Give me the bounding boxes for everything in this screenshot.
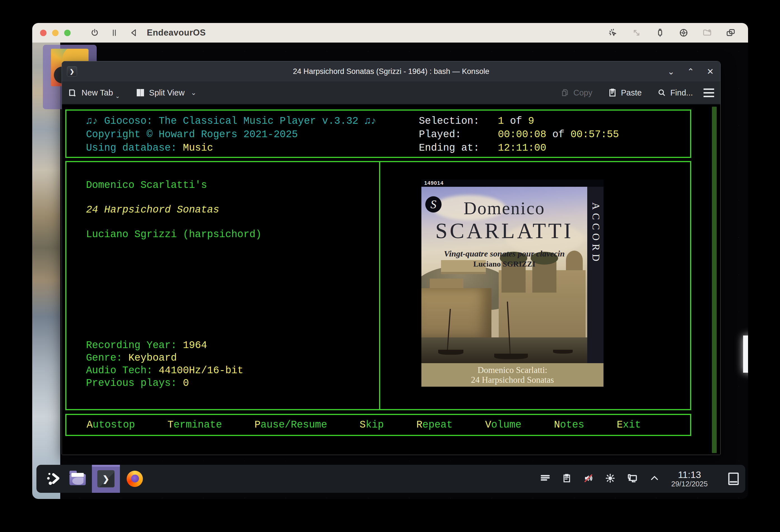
new-tab-button[interactable]: New Tab ⌄ bbox=[68, 88, 120, 97]
copy-label: Copy bbox=[574, 88, 593, 97]
album-title-last: SCARLATTI bbox=[421, 218, 587, 243]
desktop: E gio ❯ 24 Harpsichord Sonatas (Sgrizzi … bbox=[32, 43, 748, 499]
terminal-scrollbar[interactable] bbox=[712, 107, 717, 453]
toolbar-right-group: Copy Paste Find... bbox=[560, 88, 714, 97]
menu-skip[interactable]: Skip bbox=[360, 419, 384, 431]
album-cover-painting: Domenico SCARLATTI Vingt-quatre sonates … bbox=[421, 187, 603, 363]
jupiter-wallpaper-strip bbox=[32, 43, 60, 499]
selection-label: Selection: bbox=[419, 114, 498, 128]
wallpaper-letter: E bbox=[732, 325, 748, 385]
chevron-down-icon: ⌄ bbox=[115, 93, 120, 99]
app-launcher-icon[interactable] bbox=[45, 470, 62, 487]
giocoso-menu-bar: Autostop Terminate Pause/Resume Skip Rep… bbox=[65, 414, 691, 436]
ending-label: Ending at: bbox=[419, 142, 498, 155]
minimize-button[interactable]: ⌄ bbox=[666, 67, 676, 76]
vm-window-title: EndeavourOS bbox=[147, 28, 206, 38]
played-label: Played: bbox=[419, 128, 498, 142]
clock-widget[interactable]: 11:13 29/12/2025 bbox=[671, 470, 708, 488]
accord-logo-icon: S bbox=[425, 196, 442, 213]
clipboard-icon[interactable] bbox=[562, 474, 572, 484]
played-row: Played: 00:00:08 of 00:57:55 bbox=[419, 128, 619, 142]
previous-plays-row: Previous plays: 0 bbox=[86, 377, 243, 389]
konsole-task-icon[interactable]: ❯ bbox=[97, 470, 114, 487]
now-playing-box: Domenico Scarlatti's 24 Harpsichord Sona… bbox=[65, 161, 691, 410]
split-view-label: Split View bbox=[149, 88, 185, 97]
menu-terminate[interactable]: Terminate bbox=[167, 419, 222, 431]
konsole-task-highlight[interactable]: ❯ bbox=[92, 465, 120, 493]
castle-shape bbox=[499, 270, 586, 337]
database-value: Music bbox=[183, 142, 213, 154]
konsole-window-title: 24 Harpsichord Sonatas (Sgrizzi - 1964) … bbox=[62, 67, 720, 76]
selection-row: Selection: 1 of 9 bbox=[419, 114, 619, 128]
work-title-line: 24 Harpsichord Sonatas bbox=[86, 204, 219, 216]
played-total: 00:57:55 bbox=[571, 129, 619, 140]
catalog-number: 149014 bbox=[421, 179, 603, 187]
hamburger-menu-icon[interactable] bbox=[703, 89, 714, 97]
close-traffic-light[interactable] bbox=[40, 30, 47, 36]
screenshot-root: EndeavourOS bbox=[0, 0, 780, 532]
minimize-traffic-light[interactable] bbox=[52, 30, 58, 36]
zoom-traffic-light[interactable] bbox=[64, 30, 70, 36]
playback-status: Selection: 1 of 9 Played: 00:00:08 of 00… bbox=[419, 114, 619, 155]
menu-exit[interactable]: Exit bbox=[617, 419, 641, 431]
album-performer: Luciano SGRIZZI bbox=[421, 260, 587, 269]
album-title-first: Domenico bbox=[421, 198, 587, 219]
konsole-titlebar[interactable]: ❯ 24 Harpsichord Sonatas (Sgrizzi - 1964… bbox=[62, 61, 720, 82]
taskbar-panel: ❯ bbox=[37, 465, 745, 493]
giocoso-header-box: ♫♪ Giocoso: The Classical Music Player v… bbox=[65, 109, 691, 158]
find-button[interactable]: Find... bbox=[657, 88, 693, 97]
copy-button[interactable]: Copy bbox=[560, 88, 593, 97]
window-controls: ⌄ ⌃ ✕ bbox=[666, 67, 715, 76]
album-caption-band: Domenico Scarlatti: 24 Harpsichord Sonat… bbox=[421, 363, 603, 387]
paste-button[interactable]: Paste bbox=[608, 88, 642, 97]
konsole-toolbar: New Tab ⌄ Split View ⌄ Copy bbox=[62, 82, 720, 104]
split-view-button[interactable]: Split View ⌄ bbox=[136, 88, 196, 97]
tray-expand-chevron-icon[interactable] bbox=[649, 473, 660, 484]
menu-pause-resume[interactable]: Pause/Resume bbox=[254, 419, 327, 431]
database-label: Using database: bbox=[86, 142, 183, 154]
ending-time: 12:11:00 bbox=[498, 142, 546, 154]
display-windows-icon[interactable] bbox=[725, 27, 736, 38]
clock-time: 11:13 bbox=[671, 470, 708, 480]
played-elapsed: 00:00:08 bbox=[498, 129, 546, 140]
volume-muted-icon[interactable] bbox=[583, 473, 593, 484]
firefox-icon[interactable] bbox=[127, 471, 143, 487]
terminal-area[interactable]: ♫♪ Giocoso: The Classical Music Player v… bbox=[62, 105, 720, 455]
back-icon[interactable] bbox=[128, 27, 140, 38]
dolphin-file-manager-icon[interactable] bbox=[69, 472, 86, 485]
album-art: 149014 bbox=[421, 179, 603, 387]
resize-display-icon[interactable] bbox=[631, 27, 642, 38]
selection-total: 9 bbox=[528, 115, 534, 127]
capture-cursor-icon[interactable] bbox=[607, 27, 619, 38]
disc-icon[interactable] bbox=[678, 27, 689, 38]
paste-label: Paste bbox=[621, 88, 642, 97]
caption-line1: Domenico Scarlatti: bbox=[421, 365, 603, 375]
caption-line2: 24 Harpsichord Sonatas bbox=[421, 375, 603, 385]
system-tray: 11:13 29/12/2025 bbox=[540, 470, 740, 488]
pause-icon[interactable] bbox=[109, 27, 120, 38]
usb-icon[interactable] bbox=[654, 27, 666, 38]
display-connect-icon[interactable] bbox=[627, 473, 638, 485]
chevron-down-icon: ⌄ bbox=[191, 89, 196, 97]
performer-line: Luciano Sgrizzi (harpsichord) bbox=[86, 229, 262, 240]
brightness-icon[interactable] bbox=[605, 473, 615, 484]
composer-line: Domenico Scarlatti's bbox=[86, 179, 207, 191]
menu-repeat[interactable]: Repeat bbox=[416, 419, 453, 431]
ending-row: Ending at: 12:11:00 bbox=[419, 142, 619, 155]
menu-autostop[interactable]: Autostop bbox=[87, 419, 135, 431]
close-button[interactable]: ✕ bbox=[705, 67, 715, 76]
show-desktop-button[interactable] bbox=[727, 472, 740, 486]
shared-folder-icon[interactable] bbox=[701, 27, 713, 38]
find-label: Find... bbox=[670, 88, 693, 97]
selection-current: 1 bbox=[498, 115, 504, 127]
vm-titlebar: EndeavourOS bbox=[32, 23, 748, 43]
scrollbar-thumb[interactable] bbox=[712, 107, 717, 453]
power-icon[interactable] bbox=[89, 27, 100, 38]
maximize-button[interactable]: ⌃ bbox=[686, 67, 696, 76]
buildings-left-shape bbox=[421, 288, 491, 338]
menu-volume[interactable]: Volume bbox=[485, 419, 522, 431]
label-strip: ACCORD bbox=[587, 187, 603, 363]
keyboard-layout-icon[interactable] bbox=[540, 473, 550, 484]
recording-year-row: Recording Year: 1964 bbox=[86, 339, 243, 352]
menu-notes[interactable]: Notes bbox=[554, 419, 584, 431]
